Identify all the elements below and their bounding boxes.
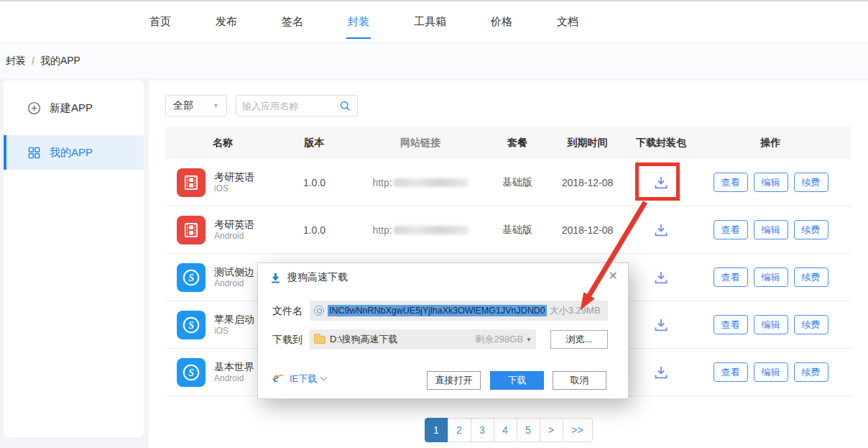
filename-field[interactable]: INC9wNnRNbXgwUE5jYjlhaXk3OWlEMG1JVnJDND0… — [310, 301, 608, 321]
nav-item-price[interactable]: 价格 — [485, 11, 518, 33]
app-platform: Android — [214, 373, 254, 385]
ie-icon: e — [272, 372, 285, 385]
app-platform: iOS — [214, 183, 254, 195]
sidebar-item-label: 我的APP — [50, 146, 93, 160]
table-row: 考研英语 Android 1.0.0 http: 基础版 2018-12-08 … — [165, 206, 851, 254]
dialog-title: 搜狗高速下载 — [269, 271, 348, 284]
page-button-4[interactable]: 4 — [494, 418, 517, 442]
search-icon[interactable] — [338, 99, 351, 112]
svg-text:S: S — [188, 367, 194, 378]
view-button[interactable]: 查看 — [714, 220, 748, 239]
red-highlight-box — [635, 163, 680, 201]
nav-item-package[interactable]: 封装 — [342, 11, 375, 33]
renew-button[interactable]: 续费 — [794, 315, 828, 334]
header-actions: 操作 — [690, 137, 851, 150]
free-space-text[interactable]: 剩余298GB▼ — [476, 333, 532, 346]
nav-item-docs[interactable]: 文档 — [551, 11, 584, 33]
breadcrumb-package[interactable]: 封装 — [6, 55, 26, 68]
app-name: 考研英语 — [214, 170, 254, 183]
app-expiry: 2018-12-08 — [542, 224, 632, 236]
view-button[interactable]: 查看 — [714, 362, 748, 382]
filter-dropdown[interactable]: 全部 ▼ — [165, 95, 227, 116]
header-expiry: 到期时间 — [542, 137, 632, 150]
sidebar-item-my-app[interactable]: 我的APP — [4, 135, 144, 170]
renew-button[interactable]: 续费 — [794, 220, 828, 239]
file-type-icon — [314, 306, 324, 316]
blurred-url — [394, 226, 468, 234]
app-package: 基础版 — [492, 176, 542, 189]
page-button-3[interactable]: 3 — [471, 418, 494, 442]
browse-button[interactable]: 浏览... — [550, 330, 608, 349]
next-page-button[interactable]: > — [540, 418, 563, 442]
last-page-button[interactable]: >> — [563, 418, 593, 442]
download-package-icon[interactable] — [652, 221, 670, 239]
nav-item-toolbox[interactable]: 工具箱 — [408, 11, 452, 33]
blurred-url — [394, 178, 468, 187]
page-button-1[interactable]: 1 — [425, 418, 448, 442]
page-button-2[interactable]: 2 — [448, 418, 471, 442]
nav-item-sign[interactable]: 签名 — [276, 11, 309, 33]
view-button[interactable]: 查看 — [714, 315, 748, 334]
ie-download-toggle[interactable]: e IE下载 — [272, 372, 326, 385]
sogou-app-icon: S — [177, 263, 206, 292]
close-icon[interactable]: ✕ — [609, 269, 618, 283]
header-package: 套餐 — [492, 137, 542, 150]
edit-button[interactable]: 编辑 — [754, 268, 788, 287]
download-package-icon[interactable] — [652, 268, 670, 287]
edit-button[interactable]: 编辑 — [754, 315, 788, 334]
header-name: 名称 — [165, 137, 280, 150]
chevron-down-icon: ▼ — [213, 102, 219, 109]
app-version: 1.0.0 — [280, 177, 348, 188]
folder-icon — [314, 336, 326, 344]
view-button[interactable]: 查看 — [714, 268, 748, 287]
sidebar-item-new-app[interactable]: 新建APP — [4, 81, 144, 135]
chevron-down-icon — [320, 373, 328, 380]
nav-item-publish[interactable]: 发布 — [210, 11, 243, 33]
sidebar: 新建APP 我的APP — [4, 81, 144, 437]
app-name: 基本世界 — [214, 360, 254, 373]
download-package-icon[interactable] — [652, 316, 670, 334]
app-version: 1.0.0 — [280, 224, 348, 236]
table-header: 名称 版本 网站链接 套餐 到期时间 下载封装包 操作 — [165, 127, 851, 159]
breadcrumb-my-app: 我的APP — [40, 55, 80, 68]
page-button-5[interactable]: 5 — [517, 418, 540, 442]
edit-button[interactable]: 编辑 — [754, 173, 788, 192]
plus-circle-icon — [27, 101, 41, 115]
search-box — [236, 95, 358, 116]
app-name: 考研英语 — [214, 218, 254, 231]
save-path-field[interactable]: D:\搜狗高速下载 剩余298GB▼ — [310, 329, 536, 349]
grid-icon — [27, 146, 41, 160]
app-name: 测试侧边 — [214, 265, 254, 278]
app-link: http: — [348, 177, 492, 188]
filename-selected-text: INC9wNnRNbXgwUE5jYjlhaXk3OWlEMG1JVnJDND0 — [328, 305, 547, 316]
download-icon — [269, 272, 282, 284]
nav-item-home[interactable]: 首页 — [144, 11, 177, 33]
cancel-button[interactable]: 取消 — [553, 371, 606, 390]
edit-button[interactable]: 编辑 — [754, 220, 788, 239]
filename-label: 文件名 — [272, 305, 303, 318]
app-package: 基础版 — [492, 224, 542, 237]
sidebar-item-label: 新建APP — [50, 101, 93, 115]
open-directly-button[interactable]: 直接打开 — [427, 371, 481, 390]
svg-text:S: S — [188, 273, 194, 283]
sogou-download-dialog: 搜狗高速下载 ✕ 文件名 INC9wNnRNbXgwUE5jYjlhaXk3OW… — [257, 262, 629, 399]
app-platform: iOS — [214, 326, 254, 337]
download-button[interactable]: 下载 — [490, 371, 544, 390]
search-input[interactable] — [242, 101, 338, 111]
chevron-down-icon: ▼ — [526, 337, 532, 343]
renew-button[interactable]: 续费 — [794, 362, 828, 382]
sogou-app-icon: S — [177, 358, 206, 387]
page: 首页 发布 签名 封装 工具箱 价格 文档 封装 / 我的APP 新建APP — [0, 0, 868, 448]
edit-button[interactable]: 编辑 — [754, 362, 788, 382]
breadcrumb: 封装 / 我的APP — [0, 43, 868, 79]
renew-button[interactable]: 续费 — [794, 268, 828, 287]
app-platform: Android — [214, 278, 254, 290]
download-package-icon[interactable] — [652, 363, 670, 382]
view-button[interactable]: 查看 — [714, 173, 748, 192]
app-platform: Android — [214, 231, 254, 242]
renew-button[interactable]: 续费 — [794, 173, 828, 192]
save-path-text: D:\搜狗高速下载 — [330, 333, 398, 346]
breadcrumb-separator: / — [32, 55, 34, 67]
filter-dropdown-value: 全部 — [173, 99, 193, 112]
film-app-icon — [177, 168, 206, 197]
